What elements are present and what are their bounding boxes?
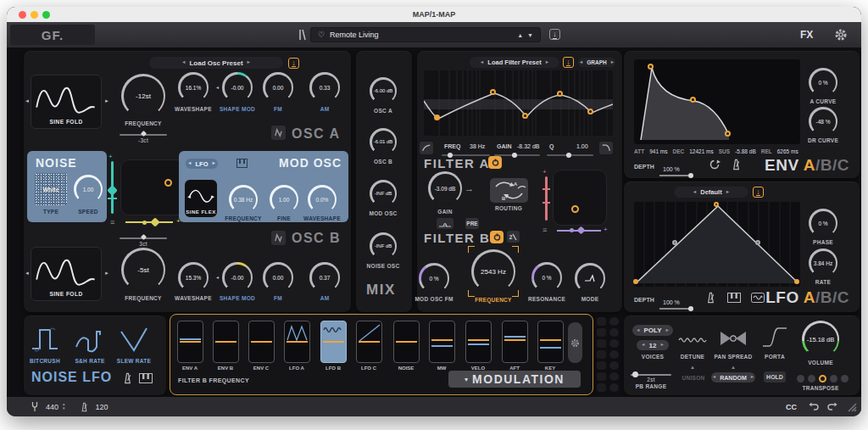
lfo-preset-save-icon[interactable]: ↓ (753, 187, 764, 198)
eq-lowcut-icon[interactable] (420, 142, 433, 154)
pan-spread-icon[interactable] (719, 329, 748, 348)
transpose-dot-p2[interactable] (841, 375, 849, 383)
mod-osc-waveshape-knob[interactable]: 0.0% (308, 185, 337, 214)
volume-knob[interactable]: -15.18 dB (802, 321, 839, 358)
voices-next-icon[interactable]: ► (659, 343, 664, 348)
filter-a-power-button[interactable] (488, 156, 502, 169)
mod-osc-frequency-knob[interactable]: 0.38 Hz (229, 185, 258, 214)
filter-xy-cursor[interactable] (571, 205, 579, 213)
eq-node-1[interactable] (434, 114, 440, 120)
mod-slot-lfo-a[interactable] (284, 321, 310, 363)
eq-gain-slider[interactable] (494, 154, 540, 156)
osc-a-wave-next-icon[interactable]: ► (104, 98, 109, 103)
undo-icon[interactable] (809, 402, 820, 411)
lfo-preset-selector[interactable]: ◄ Default ► (674, 187, 748, 198)
osc-b-frequency-knob[interactable]: -5st (121, 248, 165, 292)
lfo-tabs-bc[interactable]: /B/C (815, 288, 849, 306)
modulation-header[interactable]: ▾ MODULATION (448, 371, 581, 388)
mod-osc-wave-prev-icon[interactable]: ◄ (186, 194, 192, 199)
poly-prev-icon[interactable]: ◄ (636, 328, 640, 333)
preset-library-icon[interactable] (297, 29, 307, 41)
osc-mod-menu-icon[interactable]: ≡ (110, 219, 114, 226)
env-node-sustain[interactable] (725, 131, 731, 137)
env-depth-handle[interactable] (688, 173, 693, 178)
transpose-dot-0-selected[interactable] (819, 375, 826, 383)
eq-highcut-icon[interactable] (599, 142, 613, 154)
tuning-fork-icon[interactable] (31, 401, 39, 412)
lfo-depth-slider[interactable]: 100 % (659, 293, 692, 310)
minimize-window-button[interactable] (31, 11, 38, 19)
osc-b-shapemod-knob[interactable]: -0.00 (222, 262, 253, 293)
env-sus-value[interactable]: -5.88 dB (735, 148, 756, 154)
tempo-metronome-icon[interactable] (80, 402, 89, 412)
filter-preset-prev-icon[interactable]: ◄ (480, 60, 484, 65)
osc-b-wave-next-icon[interactable]: ► (104, 271, 109, 276)
filter-routing-button[interactable]: A B (490, 178, 528, 203)
eq-node-5[interactable] (587, 109, 593, 114)
osc-a-fm-knob[interactable]: 0.00 (263, 72, 293, 103)
mod-collapse-icon[interactable]: ▾ (465, 376, 468, 383)
mod-slot-env-a[interactable] (177, 321, 203, 363)
eq-gain-handle[interactable] (512, 153, 517, 158)
lfo-wave-mode-icon[interactable] (751, 293, 765, 303)
filter-xy-pad[interactable] (553, 170, 607, 226)
lfo-node-end[interactable] (794, 279, 799, 284)
env-node-attack[interactable] (648, 64, 654, 70)
preset-next-icon[interactable]: ▼ (527, 32, 533, 38)
poly-mode-selector[interactable]: ◄ POLY ► (632, 325, 673, 336)
poly-next-icon[interactable]: ► (665, 328, 670, 333)
zoom-window-button[interactable] (42, 11, 50, 19)
noise-type-display[interactable]: White (35, 173, 67, 205)
osc-x-mod-slider[interactable] (125, 221, 173, 223)
mod-slot-lfo-c[interactable] (356, 321, 382, 363)
osc-b-am-knob[interactable]: 0.37 (309, 262, 340, 293)
env-a-curve-knob[interactable]: 0 % (809, 68, 837, 97)
tuning-stepper-icon[interactable]: ▲ ▼ (62, 403, 65, 411)
voices-count-selector[interactable]: ◄ 12 ► (637, 340, 669, 350)
lfo-node-mid-left[interactable] (672, 240, 677, 245)
noise-mod-depth-handle[interactable] (107, 185, 118, 196)
eq-q-handle[interactable] (566, 153, 571, 158)
lfo-node-start[interactable] (633, 279, 638, 284)
env-tempo-sync-icon[interactable] (731, 159, 742, 170)
env-tabs-bc[interactable]: /B/C (815, 156, 849, 174)
redo-icon[interactable] (826, 402, 837, 411)
mod-slot-aft[interactable] (502, 321, 528, 363)
filter-graph-mode-selector[interactable]: ◄ GRAPH ► (578, 58, 615, 67)
env-rel-value[interactable]: 6265 ms (777, 148, 798, 154)
mod-settings-gear-icon[interactable] (570, 338, 580, 348)
osc-a-am-knob[interactable]: 0.33 (309, 72, 340, 103)
osc-preset-selector[interactable]: ◄ Load Osc Preset ► (149, 57, 283, 69)
transpose-dot-m1[interactable] (808, 375, 815, 383)
pb-range-handle[interactable] (632, 371, 638, 377)
mod-osc-wave-display[interactable]: ◄ ► SINE FLEX (185, 180, 217, 217)
lfo-node-mid-right[interactable] (755, 240, 760, 245)
lfo-tab-a[interactable]: A (804, 288, 815, 306)
lfo-graph[interactable] (634, 202, 800, 287)
filter-serial-gain-knob[interactable]: -3.09 dB (428, 171, 462, 205)
filter-b-mode-knob[interactable] (575, 263, 605, 293)
porta-icon[interactable] (761, 326, 788, 348)
osc-b-wave-prev-icon[interactable]: ◄ (25, 271, 30, 276)
mod-slot-mw[interactable] (429, 321, 455, 363)
preset-selector-field[interactable]: ♡ Remote Living ▲ ▼ (310, 27, 541, 42)
noise-speed-knob[interactable]: 1.00 (74, 175, 103, 204)
filter-b-slope-button[interactable]: 2 (507, 231, 520, 243)
filter-b-frequency-knob[interactable]: 2543 Hz (471, 249, 515, 293)
lfo-node-peak[interactable] (714, 202, 719, 207)
envelope-graph[interactable] (634, 59, 800, 144)
filter-graph-prev-icon[interactable]: ◄ (579, 60, 583, 65)
mix-osc-b-knob[interactable]: -6.01 dB (370, 128, 397, 155)
lfo-preset-prev-icon[interactable]: ◄ (693, 190, 697, 195)
mod-osc-mode-prev-icon[interactable]: ◄ (187, 161, 192, 166)
mix-mod-osc-knob[interactable]: -INF dB (370, 180, 397, 207)
osc-a-wave-prev-icon[interactable]: ◄ (25, 98, 30, 103)
osc-xy-pad[interactable] (120, 159, 188, 215)
osc-a-waveshape-knob[interactable]: 16.1% (178, 72, 209, 103)
filter-a-eq-graph[interactable] (424, 70, 613, 136)
lfo-phase-knob[interactable]: 0 % (809, 209, 837, 237)
transpose-selector[interactable] (797, 375, 849, 383)
env-dr-curve-knob[interactable]: -48 % (809, 107, 837, 136)
filter-b-power-button[interactable] (490, 231, 504, 243)
mod-osc-wave-next-icon[interactable]: ► (210, 194, 215, 199)
